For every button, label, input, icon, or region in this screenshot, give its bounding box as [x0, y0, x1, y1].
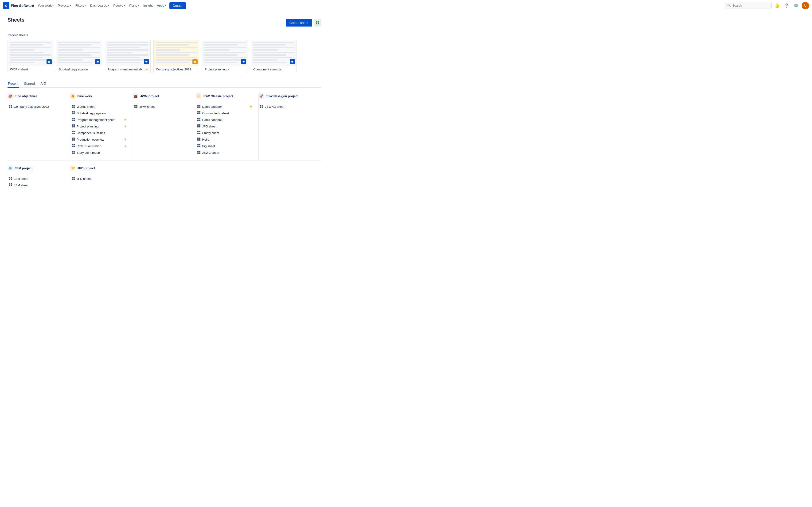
sheet-item-name: JSM sheet [14, 183, 64, 187]
avatar[interactable]: U [802, 2, 809, 9]
sheet-list-item[interactable]: Dan's sandbox ★ [196, 103, 254, 110]
sheet-list-item[interactable]: Project planning ★ [70, 123, 128, 129]
nav-plans[interactable]: Plans ▾ [128, 3, 141, 8]
sheet-list-item[interactable]: JPD sheet [196, 123, 254, 129]
sheet-list-item[interactable]: JSWC sheet [196, 149, 254, 156]
nav-insight[interactable]: Insight [142, 3, 155, 8]
sheet-grid-icon [72, 131, 75, 135]
sheet-list-item[interactable]: Hello [196, 136, 254, 143]
svg-rect-5 [316, 23, 317, 24]
svg-rect-82 [262, 107, 263, 108]
group-header-1: 🔥 Fine work [70, 94, 128, 101]
sheet-grid-icon [72, 151, 75, 155]
sheet-list-item[interactable]: Company objectives 2022 [7, 103, 65, 110]
recent-card-2[interactable]: Program management sh... ★ [105, 40, 151, 73]
bottom-group-header-0: ⚙️ JSM project [7, 165, 65, 172]
sheet-item-name: JSWNG sheet [265, 105, 315, 108]
tab-az[interactable]: A-Z [40, 80, 46, 88]
notifications-button[interactable]: 🔔 [773, 2, 781, 9]
nav-apps[interactable]: Apps ▾ [155, 3, 168, 8]
sheet-list-item[interactable]: JPD sheet [70, 175, 128, 182]
recent-card-3[interactable]: Company objectives 2022 [153, 40, 199, 73]
recent-card-1[interactable]: Sub-task aggregation [56, 40, 102, 73]
card-preview [8, 40, 53, 66]
search-box[interactable]: 🔍 [725, 3, 772, 8]
card-name: Sub-task aggregation [59, 68, 99, 71]
sheet-list-item[interactable]: Production overview ★ [70, 136, 128, 143]
logo-text: Fine Software [11, 3, 34, 7]
sheet-grid-icon [9, 177, 12, 180]
recent-card-5[interactable]: Component sum-ups [251, 40, 297, 73]
sheet-item-name: Empty sheet [202, 131, 252, 135]
search-input[interactable] [732, 4, 769, 7]
sheet-list-item[interactable]: JSM sheet [7, 175, 65, 182]
svg-rect-67 [197, 137, 199, 139]
sheet-item-name: Big sheet [202, 144, 252, 148]
help-button[interactable]: ❓ [783, 2, 791, 9]
recent-card-0[interactable]: WORK sheet [7, 40, 53, 73]
group-header-4: 🚀 JSW Next-gen project [259, 94, 317, 101]
sheet-item-name: JSWC sheet [202, 151, 252, 155]
create-button[interactable]: Create [169, 2, 186, 9]
svg-rect-53 [197, 113, 199, 115]
sheet-list-item[interactable]: JWM sheet [133, 103, 191, 110]
tab-starred[interactable]: Starred [23, 80, 35, 88]
sheet-grid-icon [72, 137, 75, 141]
sheet-list-item[interactable]: Program management sheet ★ [70, 116, 128, 123]
tab-recent[interactable]: Recent [7, 80, 19, 88]
recent-card-4[interactable]: Project planning ★ [202, 40, 248, 73]
sheet-list-item[interactable]: Empty sheet [196, 129, 254, 136]
sheet-list-item[interactable]: JSM sheet [7, 182, 65, 188]
card-name: Component sum-ups [253, 68, 294, 71]
sheet-item-name: JWM sheet [139, 105, 189, 108]
svg-rect-22 [73, 120, 75, 121]
svg-rect-7 [9, 105, 10, 106]
nav-dashboards[interactable]: Dashboards ▾ [88, 3, 111, 8]
sheet-item-name: Program management sheet [77, 118, 122, 122]
settings-button[interactable]: ⚙️ [792, 2, 800, 9]
svg-rect-41 [72, 153, 73, 154]
svg-rect-94 [73, 179, 75, 180]
svg-rect-17 [72, 113, 73, 115]
logo-link[interactable]: Fine Software [3, 2, 34, 9]
sheet-list-item[interactable]: Sub-task aggregation [70, 110, 128, 116]
svg-rect-15 [72, 111, 73, 113]
create-sheet-button[interactable]: Create sheet [286, 19, 312, 26]
sheet-item-name: Project planning [77, 125, 122, 128]
sheet-item-name: Story point report [77, 151, 126, 155]
svg-rect-86 [11, 179, 12, 180]
card-name: Company objectives 2022 [156, 68, 197, 71]
svg-rect-6 [318, 23, 319, 24]
svg-rect-19 [72, 118, 73, 119]
sheet-list-item[interactable]: Story point report [70, 149, 128, 156]
sheet-list-item[interactable]: WORK sheet [70, 103, 128, 110]
svg-rect-63 [197, 131, 199, 132]
sheet-list-item[interactable]: RICE prioritisation ★ [70, 143, 128, 149]
svg-rect-32 [73, 137, 75, 139]
nav-your-work[interactable]: Your work ▾ [36, 3, 55, 8]
nav-projects[interactable]: Projects ▾ [56, 3, 73, 8]
sheet-grid-icon [260, 105, 263, 108]
svg-rect-43 [135, 105, 136, 106]
group-name: JSW Classic project [203, 94, 233, 98]
sheet-list-item[interactable]: Big sheet [196, 143, 254, 149]
sheet-list-item[interactable]: Custom fields sheet [196, 110, 254, 116]
sheet-grid-icon [197, 118, 200, 122]
view-toggle-button[interactable] [314, 19, 321, 26]
svg-rect-26 [73, 126, 75, 128]
svg-rect-27 [72, 131, 73, 132]
sheet-grid-icon [72, 177, 75, 180]
svg-rect-81 [260, 107, 261, 108]
sheet-list-item[interactable]: Component sum-ups [70, 129, 128, 136]
sheet-list-item[interactable]: JSWNG sheet [259, 103, 317, 110]
svg-rect-29 [72, 133, 73, 134]
sheet-item-name: Production overview [77, 138, 122, 141]
sheet-list-item[interactable]: Han's sandbox [196, 116, 254, 123]
nav-filters[interactable]: Filters ▾ [73, 3, 88, 8]
svg-rect-34 [73, 139, 75, 141]
svg-rect-49 [197, 107, 199, 108]
nav-people[interactable]: People ▾ [111, 3, 127, 8]
sheet-item-name: Han's sandbox [202, 118, 252, 122]
card-name: Program management sh... ★ [107, 68, 148, 71]
svg-rect-72 [199, 144, 200, 146]
